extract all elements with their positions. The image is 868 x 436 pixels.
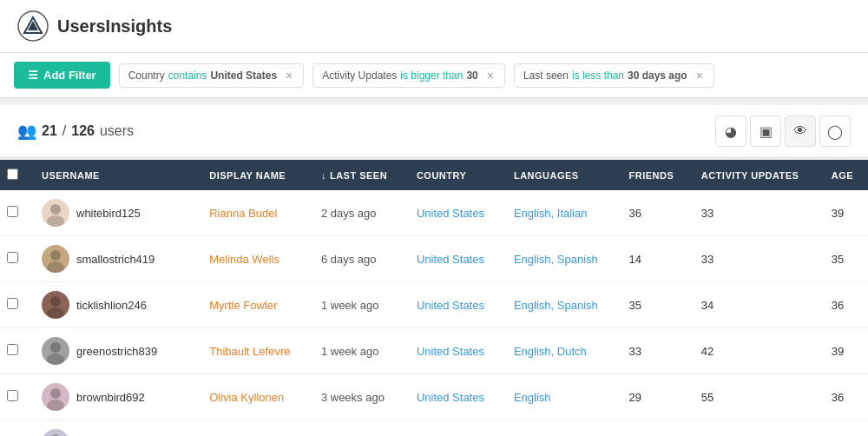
country-link[interactable]: United States [417,391,484,404]
filter-bar: ☰ Add Filter Country contains United Sta… [0,53,868,98]
display-name: Thibault Lefevre [209,345,290,358]
logo: UsersInsights [17,10,172,42]
username-cell: ticklishlion246 [42,291,188,319]
avatar [42,245,69,273]
avatar-icon [42,199,69,227]
row-age-cell: 39 [821,190,868,236]
country-link[interactable]: United States [417,207,484,220]
country-link[interactable]: United States [417,253,484,266]
col-last-seen[interactable]: ↓LAST SEEN [311,160,406,190]
row-checkbox-cell [0,328,31,374]
display-name: Olivia Kyllonen [209,391,284,404]
row-checkbox-cell [0,190,31,236]
country-link[interactable]: United States [417,345,484,358]
row-country-cell: United States [406,420,503,437]
row-username-cell: greenostrich839 [31,328,199,374]
avatar [42,429,69,436]
row-last-seen-cell: 2 days ago [311,190,406,236]
row-username-cell: smallostrich419 [31,236,199,282]
row-age-cell: 28 [821,420,868,437]
languages-link[interactable]: English [514,391,551,404]
row-display-name-cell: Sophie Mitchell [199,420,311,437]
svg-point-8 [47,307,64,319]
username-cell: brownbear388 [42,429,188,436]
svg-point-4 [47,215,64,227]
table-row: brownbird692 Olivia Kyllonen 3 weeks ago… [0,374,868,420]
row-display-name-cell: Olivia Kyllonen [199,374,311,420]
row-username-cell: ticklishlion246 [31,282,199,328]
col-username: USERNAME [31,160,199,190]
filter-chip-activity: Activity Updates is bigger than 30 × [312,63,505,88]
row-checkbox-cell [0,236,31,282]
row-display-name-cell: Rianna Budel [199,190,311,236]
user-count: 👥 21 / 126 users [17,122,134,141]
row-username-cell: whitebird125 [31,190,199,236]
filter-chip-lastseen-remove[interactable]: × [694,69,705,82]
filter-chip-activity-remove[interactable]: × [485,69,496,82]
languages-link[interactable]: English, Spanish [514,253,598,266]
languages-link[interactable]: English, Italian [514,207,588,220]
row-last-seen-cell: 3 weeks ago [311,420,406,437]
table-row: whitebird125 Rianna Budel 2 days ago Uni… [0,190,868,236]
avatar [42,337,69,365]
view-btn-chart[interactable]: ◕ [715,116,746,147]
table-body: whitebird125 Rianna Budel 2 days ago Uni… [0,190,868,436]
avatar-icon [42,383,69,411]
avatar [42,383,69,411]
row-username-cell: brownbird692 [31,374,199,420]
filter-chip-activity-key: Activity Updates [322,69,397,82]
row-age-cell: 39 [821,328,868,374]
row-checkbox-cell [0,282,31,328]
last-seen: 2 days ago [321,207,377,220]
row-checkbox[interactable] [7,344,18,355]
row-username-cell: brownbear388 [31,420,199,437]
filter-chip-activity-val: 30 [466,69,477,82]
username-cell: brownbird692 [42,383,188,411]
svg-point-9 [50,342,61,353]
avatar-icon [42,291,69,319]
avatar-icon [42,245,69,273]
row-friends-cell: 14 [619,236,691,282]
row-checkbox-cell [0,374,31,420]
col-country: COUNTRY [406,160,503,190]
filter-chip-activity-op: is bigger than [400,69,463,82]
row-activity-updates-cell: 35 [691,420,821,437]
view-btn-settings[interactable]: ◯ [819,116,851,147]
country-link[interactable]: United States [417,299,484,312]
row-last-seen-cell: 6 days ago [311,236,406,282]
svg-point-12 [47,400,64,411]
col-friends: FRIENDS [619,160,691,190]
table-row: brownbear388 Sophie Mitchell 3 weeks ago… [0,420,868,437]
logo-text: UsersInsights [57,17,172,36]
filter-chip-country-remove[interactable]: × [284,69,294,82]
languages-link[interactable]: English, Dutch [514,345,587,358]
username-text: smallostrich419 [76,253,155,266]
row-age-cell: 36 [821,374,868,420]
add-filter-button[interactable]: ☰ Add Filter [14,62,110,89]
row-country-cell: United States [406,236,503,282]
filter-chip-lastseen-val: 30 days ago [628,69,687,82]
languages-link[interactable]: English, Spanish [514,299,598,312]
row-checkbox[interactable] [7,298,18,309]
view-btn-eye[interactable]: 👁 [785,116,816,147]
row-display-name-cell: Melinda Wells [199,236,311,282]
select-all-checkbox[interactable] [7,168,18,180]
col-activity-updates: ACTIVITY UPDATES [691,160,821,190]
count-total: 126 [71,123,95,139]
row-display-name-cell: Thibault Lefevre [199,328,311,374]
header: UsersInsights [0,0,868,53]
row-activity-updates-cell: 42 [691,328,821,374]
row-checkbox[interactable] [7,252,18,263]
col-languages: LANGUAGES [503,160,619,190]
table-row: ticklishlion246 Myrtle Fowler 1 week ago… [0,282,868,328]
row-friends-cell: 29 [619,374,691,420]
users-table: USERNAME DISPLAY NAME ↓LAST SEEN COUNTRY… [0,160,868,436]
row-checkbox[interactable] [7,206,18,217]
row-last-seen-cell: 1 week ago [311,328,406,374]
row-checkbox[interactable] [7,390,18,401]
filter-chip-country-op: contains [168,69,207,82]
username-text: brownbird692 [76,391,145,404]
view-btn-grid[interactable]: ▣ [750,116,781,147]
display-name: Rianna Budel [209,207,277,220]
row-languages-cell: English, Dutch [503,328,619,374]
